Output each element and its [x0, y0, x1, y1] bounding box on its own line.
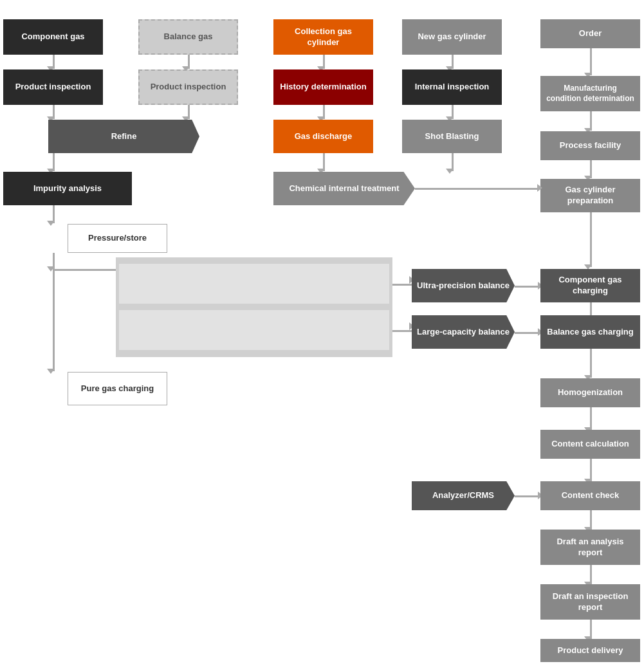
analyzer-crms-node: Analyzer/CRMS	[412, 481, 515, 510]
pure-gas-charging-node: Pure gas charging	[68, 372, 167, 405]
arrow-bgc-homo	[590, 349, 592, 378]
history-determination-node: History determination	[273, 69, 373, 105]
draft-inspection-node: Draft an inspection report	[540, 584, 640, 620]
arrow-left-vert	[53, 269, 55, 357]
arrow-ac-ck	[515, 495, 540, 497]
arrowhead-mix-pgc	[47, 369, 55, 374]
gas-cylinder-prep-node: Gas cylinder preparation	[540, 179, 640, 212]
large-capacity-node: Large-capacity balance	[412, 315, 515, 349]
mixing-area-inner	[119, 264, 389, 304]
impurity-analysis-node: Impurity analysis	[3, 172, 132, 205]
arrow-gcp-down	[590, 212, 592, 267]
balance-gas-node: Balance gas	[138, 19, 238, 55]
shot-blasting-node: Shot Blasting	[402, 120, 502, 153]
process-facility-node: Process facility	[540, 131, 640, 160]
arrow-mix-up	[392, 284, 412, 286]
arrow-up-cgc	[515, 286, 540, 288]
arrowhead-cit-gcp	[537, 184, 542, 192]
internal-inspection-node: Internal inspection	[402, 69, 502, 105]
arrowhead-ia-ps	[47, 221, 55, 226]
product-delivery-node: Product delivery	[540, 639, 640, 662]
arrow-left-horiz	[53, 269, 116, 271]
manufacturing-condition-node: Manufacturing condition determination	[540, 76, 640, 111]
arrowhead-sb	[446, 169, 454, 174]
arrow-lc-bgc	[515, 332, 540, 334]
arrow-homo-cc	[590, 407, 592, 430]
arrow-cgc-down	[590, 302, 592, 315]
component-gas-charging-node: Component gas charging	[540, 269, 640, 302]
arrow-mix-lc	[392, 330, 412, 332]
content-calculation-node: Content calculation	[540, 430, 640, 459]
collection-gas-node: Collection gas cylinder	[273, 19, 373, 55]
flowchart: Component gas Balance gas Collection gas…	[0, 0, 644, 664]
homogenization-node: Homogenization	[540, 378, 640, 407]
chemical-internal-node: Chemical internal treatment	[273, 172, 415, 205]
arrow-cit-gcp	[415, 188, 539, 190]
product-inspection-1-node: Product inspection	[3, 69, 103, 105]
draft-analysis-node: Draft an analysis report	[540, 530, 640, 565]
refine-node: Refine	[48, 120, 199, 153]
content-check-node: Content check	[540, 481, 640, 510]
gas-discharge-node: Gas discharge	[273, 120, 373, 153]
component-gas-node: Component gas	[3, 19, 103, 55]
mixing-area-inner-2	[119, 310, 389, 350]
new-gas-node: New gas cylinder	[402, 19, 502, 55]
balance-gas-charging-node: Balance gas charging	[540, 315, 640, 349]
product-inspection-2-node: Product inspection	[138, 69, 238, 105]
arrow-cc-ck	[590, 459, 592, 481]
order-node: Order	[540, 19, 640, 48]
ultra-precision-node: Ultra-precision balance	[412, 269, 515, 302]
arrow-5	[590, 48, 592, 75]
pressure-store-node: Pressure/store	[68, 224, 167, 253]
